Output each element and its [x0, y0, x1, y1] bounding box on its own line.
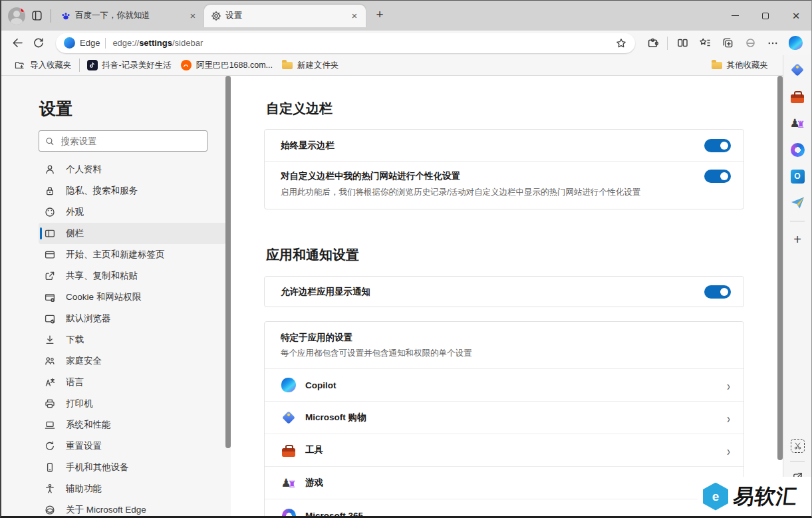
sidebar-item-appearance[interactable]: 外观 [39, 201, 226, 223]
app-row-copilot[interactable]: Copilot › [265, 368, 744, 401]
import-folder-icon [14, 60, 25, 71]
always-show-sidebar-toggle[interactable] [704, 139, 731, 152]
sidebar-item-default-browser[interactable]: 默认浏览器 [39, 308, 226, 329]
sidebar-item-family[interactable]: 家庭安全 [39, 350, 226, 372]
close-button[interactable]: × [781, 1, 811, 31]
favorites-button[interactable] [694, 33, 716, 53]
notification-dot [20, 7, 25, 13]
system-icon [44, 419, 56, 431]
sidebar-item-start-home[interactable]: 开始、主页和新建标签页 [39, 244, 226, 265]
settings-title: 设置 [39, 98, 231, 120]
split-screen-button[interactable] [672, 33, 693, 53]
other-favorites-button[interactable]: 其他收藏夹 [707, 58, 773, 73]
content-scrollbar[interactable] [777, 76, 783, 460]
app-specific-header: 特定于应用的设置 每个应用都包含可设置并包含通知和权限的单个设置 [265, 322, 744, 368]
games-button[interactable]: ♟♜ [787, 113, 807, 133]
more-menu-button[interactable] [762, 33, 783, 53]
web-capture-button[interactable] [787, 436, 807, 455]
app-row-shopping[interactable]: Microsoft 购物 › [265, 401, 744, 434]
sidebar-layout-icon [44, 227, 56, 239]
copilot-icon [789, 36, 803, 50]
back-button[interactable] [7, 33, 28, 53]
allow-notifications-toggle[interactable] [704, 285, 731, 299]
extensions-button[interactable] [642, 33, 663, 53]
app-specific-description: 每个应用都包含可设置并包含通知和权限的单个设置 [281, 348, 728, 359]
other-favorites-label: 其他收藏夹 [727, 60, 769, 71]
baidu-favicon [61, 11, 71, 21]
reset-icon [44, 440, 56, 452]
sidebar-item-privacy[interactable]: 隐私、搜索和服务 [39, 180, 226, 201]
toolbox-icon [282, 448, 295, 457]
sidebar-item-accessibility[interactable]: 辅助功能 [39, 478, 226, 499]
bookmark-douyin[interactable]: 抖音-记录美好生活 [82, 58, 176, 73]
strip-divider [790, 221, 805, 221]
new-tab-button[interactable]: + [370, 5, 390, 25]
sidebar-scrollbar[interactable] [225, 76, 231, 448]
chevron-right-icon: › [727, 378, 730, 393]
bookmark-alibaba[interactable]: 阿里巴巴1688.com... [176, 58, 277, 73]
bookmark-new-folder[interactable]: 新建文件夹 [277, 58, 344, 73]
bookmark-label: 抖音-记录美好生活 [102, 60, 172, 71]
sidebar-item-sidebar[interactable]: 侧栏 [39, 223, 226, 244]
family-icon [44, 355, 56, 367]
chevron-right-icon: › [727, 410, 730, 426]
app-row-games[interactable]: ♟♜ 游戏 › [265, 466, 744, 499]
microsoft-365-icon [791, 143, 805, 157]
refresh-button[interactable] [28, 33, 49, 53]
printer-icon [44, 398, 56, 410]
settings-content: 自定义边栏 始终显示边栏 对自定义边栏中我的热门网站进行个性化设置 启用此功能后… [231, 76, 785, 518]
customize-sidebar-button[interactable]: + [787, 229, 807, 249]
customize-sidebar-card: 始终显示边栏 对自定义边栏中我的热门网站进行个性化设置 启用此功能后，我们将根据… [264, 129, 744, 209]
address-bar[interactable]: Edge edge://settings/sidebar [56, 33, 635, 53]
ie-mode-icon [740, 33, 761, 53]
shopping-tag-icon [282, 411, 295, 424]
tab-baidu[interactable]: 百度一下，你就知道 × [54, 5, 204, 27]
settings-search-box[interactable] [39, 130, 207, 152]
lock-icon [44, 185, 56, 197]
app-row-tools[interactable]: 工具 › [265, 434, 744, 466]
sidebar-item-profiles[interactable]: 个人资料 [39, 159, 226, 180]
outlook-button[interactable]: O [787, 166, 807, 186]
default-browser-icon [44, 313, 56, 324]
workspaces-button[interactable] [25, 5, 48, 27]
sidebar-item-downloads[interactable]: 下载 [39, 329, 226, 350]
tab-separator [51, 9, 51, 23]
sidebar-item-languages[interactable]: 语言 [39, 372, 226, 393]
profile-avatar[interactable] [8, 7, 25, 25]
download-icon [44, 334, 56, 346]
tab-close-button[interactable]: × [348, 10, 360, 22]
setting-row-personalize: 对自定义边栏中我的热门网站进行个性化设置 启用此功能后，我们将根据你的浏览历史记… [265, 162, 744, 209]
shopping-button[interactable] [787, 60, 807, 80]
copilot-icon [281, 378, 296, 392]
sidebar-item-system[interactable]: 系统和性能 [39, 414, 226, 436]
sidebar-item-share-copy[interactable]: 共享、复制和粘贴 [39, 265, 226, 287]
folder-icon [712, 62, 722, 69]
tools-button[interactable] [787, 86, 807, 106]
alibaba-1688-icon [181, 60, 192, 70]
sidebar-item-devices[interactable]: 手机和其他设备 [39, 457, 226, 478]
sidebar-item-reset[interactable]: 重置设置 [39, 436, 226, 457]
edge-logo-icon [44, 504, 56, 516]
tab-title: 设置 [225, 10, 344, 21]
tab-settings[interactable]: 设置 × [204, 5, 366, 27]
tab-close-button[interactable]: × [187, 10, 199, 22]
drop-button[interactable] [787, 193, 807, 213]
app-row-microsoft-365[interactable]: Microsoft 365 › [265, 499, 744, 518]
favorite-star-icon[interactable] [615, 37, 627, 49]
sidebar-item-cookies[interactable]: Cookie 和网站权限 [39, 287, 226, 308]
minimize-button[interactable] [720, 1, 750, 31]
settings-search-input[interactable] [60, 136, 201, 147]
collections-button[interactable] [717, 33, 738, 53]
bookmarks-bar: 导入收藏夹 抖音-记录美好生活 阿里巴巴1688.com... 新建文件夹 其他… [1, 55, 785, 75]
url-text[interactable]: edge://settings/sidebar [112, 38, 615, 48]
bookmark-import-favorites[interactable]: 导入收藏夹 [9, 58, 76, 73]
maximize-button[interactable] [750, 1, 781, 31]
setting-row-always-show: 始终显示边栏 [265, 130, 744, 161]
edge-site-icon [64, 37, 75, 49]
sidebar-item-about[interactable]: 关于 Microsoft Edge [39, 499, 226, 518]
sidebar-item-printers[interactable]: 打印机 [39, 393, 226, 414]
copilot-button[interactable] [785, 33, 806, 53]
outlook-icon: O [791, 170, 805, 184]
personalize-toggle[interactable] [704, 170, 731, 183]
microsoft-365-button[interactable] [787, 140, 807, 160]
